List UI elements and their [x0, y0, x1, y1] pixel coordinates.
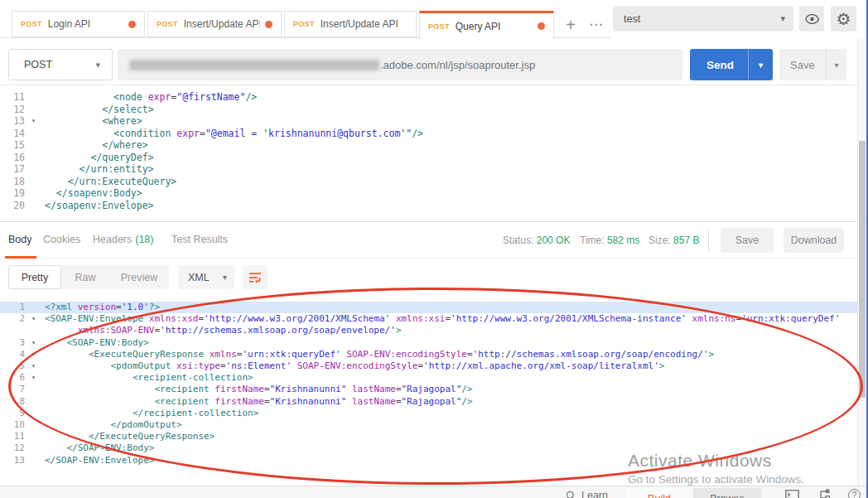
- tab-label: Insert/Update API: [321, 18, 407, 30]
- code-line: 2▾<SOAP-ENV:Envelope xmlns:xsd='http://w…: [0, 313, 858, 325]
- learn-button[interactable]: Learn: [566, 490, 608, 498]
- view-preview-button[interactable]: Preview: [109, 265, 169, 289]
- settings-button[interactable]: ⚙: [831, 6, 856, 31]
- headers-count: (18): [135, 234, 153, 245]
- download-response-button[interactable]: Download: [784, 228, 844, 253]
- save-label: Save: [779, 59, 815, 71]
- chevron-down-icon: ▾: [834, 60, 838, 70]
- environment-selector[interactable]: test ▾: [613, 6, 793, 31]
- console-icon[interactable]: [785, 490, 799, 498]
- save-request-button[interactable]: Save ▾: [779, 49, 846, 80]
- send-options-caret[interactable]: ▾: [748, 49, 773, 80]
- method-badge: POST: [293, 20, 315, 28]
- code-line: 19 </soapenv:Body>: [0, 187, 858, 200]
- workflow-icon[interactable]: [817, 489, 830, 498]
- tab-response-cookies[interactable]: Cookies: [43, 234, 80, 245]
- redacted-url-segment: [129, 60, 379, 70]
- view-mode-segmented-control: Pretty Raw Preview: [8, 265, 169, 289]
- code-line: 4▾ <ExecuteQueryResponse xmlns='urn:xtk:…: [0, 349, 858, 360]
- language-dropdown[interactable]: XML ▾: [178, 265, 234, 289]
- wrap-lines-button[interactable]: [243, 265, 268, 289]
- code-line: xmlns:SOAP-ENV='http://schemas.xmlsoap.o…: [0, 325, 858, 336]
- chevron-down-icon: ▾: [95, 60, 100, 70]
- method-value: POST: [24, 59, 52, 70]
- tab-test-results[interactable]: Test Results: [171, 234, 228, 245]
- size-badge: Size: 857 B: [649, 234, 699, 246]
- tab-insert-update-api-2[interactable]: POST Insert/Update API: [284, 11, 417, 37]
- more-tabs-icon[interactable]: ⋯: [586, 15, 607, 36]
- new-tab-button[interactable]: +: [560, 15, 581, 36]
- wrap-text-icon: [248, 272, 262, 283]
- code-line: 20</soapenv:Envelope>: [0, 200, 858, 212]
- unsaved-dot: [265, 21, 272, 28]
- url-input[interactable]: .adobe.com/nl/jsp/soaprouter.jsp: [118, 49, 682, 80]
- method-badge: POST: [21, 20, 42, 28]
- url-visible-text: .adobe.com/nl/jsp/soaprouter.jsp: [380, 59, 535, 71]
- code-line: 11 </ExecuteQueryResponse>: [0, 431, 858, 442]
- code-line: 14 <condition expr="@email = 'krishnanun…: [0, 128, 858, 140]
- unsaved-dot: [538, 22, 545, 30]
- code-line: 5▾ <pdomOutput xsi:type='ns:Element' SOA…: [0, 360, 858, 372]
- watermark-title: Activate Windows: [628, 451, 804, 471]
- request-body-editor[interactable]: 11 <node expr="@firstName"/>12 </select>…: [0, 85, 858, 227]
- environment-preview-button[interactable]: [799, 6, 824, 31]
- tab-label: Query API: [456, 21, 533, 32]
- environment-name: test: [624, 13, 640, 25]
- code-line: 15 </where>: [0, 139, 858, 152]
- response-view-bar: Pretty Raw Preview XML ▾: [0, 259, 858, 295]
- headers-label: Headers: [93, 234, 132, 245]
- status-badge: Status: 200 OK: [503, 234, 570, 246]
- code-line: 8 <recipient firstName="Krishnanunni" la…: [0, 396, 858, 408]
- unsaved-dot: [128, 21, 136, 28]
- time-badge: Time: 582 ms: [580, 234, 639, 246]
- code-line: 9 </recipient-collection>: [0, 408, 858, 419]
- code-line: 3▾ <SOAP-ENV:Body>: [0, 337, 858, 349]
- help-icon[interactable]: ?: [848, 489, 861, 498]
- gear-icon: ⚙: [837, 11, 851, 27]
- chevron-down-icon: ▾: [780, 13, 785, 24]
- tab-query-api-active[interactable]: POST Query API: [419, 11, 554, 39]
- activate-windows-watermark: Activate Windows Go to Settings to activ…: [628, 451, 804, 486]
- code-line: 6▾ <recipient-collection>: [0, 372, 858, 384]
- browse-button[interactable]: Browse: [693, 488, 761, 498]
- view-raw-button[interactable]: Raw: [61, 265, 109, 289]
- footer-icons: ?: [785, 489, 861, 498]
- method-dropdown[interactable]: POST ▾: [8, 49, 113, 80]
- watermark-subtitle: Go to Settings to activate Windows.: [628, 473, 804, 486]
- response-tabs-row: Body Cookies Headers(18) Test Results St…: [0, 222, 858, 259]
- build-button[interactable]: Build: [625, 488, 693, 498]
- meta-separator: [708, 229, 709, 252]
- scrollbar-thumb[interactable]: [859, 141, 866, 398]
- window-scrollbar[interactable]: [857, 38, 866, 498]
- build-browse-toggle: Build Browse: [625, 488, 761, 498]
- send-button[interactable]: Send ▾: [690, 49, 773, 80]
- tab-response-body[interactable]: Body: [8, 234, 32, 245]
- view-pretty-button[interactable]: Pretty: [8, 265, 61, 289]
- code-line: 1<?xml version='1.0'?>: [0, 302, 858, 313]
- code-line: 11 <node expr="@firstName"/>: [0, 91, 858, 104]
- postman-window: POST Login API POST Insert/Update API PO…: [0, 0, 868, 498]
- tab-insert-update-api-1[interactable]: POST Insert/Update API: [147, 11, 282, 37]
- code-line: 13▾ <where>: [0, 115, 858, 128]
- save-options-caret[interactable]: ▾: [826, 49, 846, 80]
- tab-label: Login API: [48, 18, 123, 30]
- method-badge: POST: [428, 22, 450, 31]
- method-badge: POST: [157, 20, 178, 28]
- language-value: XML: [188, 272, 210, 283]
- tab-response-headers[interactable]: Headers(18): [93, 234, 153, 245]
- code-line: 16 </queryDef>: [0, 152, 858, 164]
- request-builder-row: POST ▾ .adobe.com/nl/jsp/soaprouter.jsp …: [0, 38, 858, 85]
- search-icon: [566, 491, 576, 498]
- code-line: 18 </urn:ExecuteQuery>: [0, 176, 858, 188]
- chevron-down-icon: ▾: [223, 273, 227, 282]
- code-line: 17 </urn:entity>: [0, 163, 858, 176]
- tab-login-api[interactable]: POST Login API: [12, 11, 145, 37]
- save-response-button[interactable]: Save: [721, 228, 774, 253]
- eye-icon: [805, 14, 819, 24]
- code-line: 12 </select>: [0, 104, 858, 116]
- code-line: 10 </pdomOutput>: [0, 419, 858, 431]
- learn-label: Learn: [581, 490, 608, 498]
- send-label: Send: [690, 59, 734, 71]
- code-line: 7 <recipient firstName="Krishnanunni" la…: [0, 384, 858, 395]
- tab-label: Insert/Update API: [184, 18, 260, 30]
